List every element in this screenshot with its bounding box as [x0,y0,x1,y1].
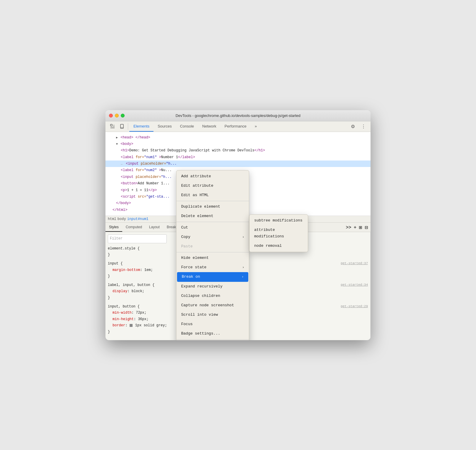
tab-elements[interactable]: Elements [129,121,153,132]
breadcrumb-input[interactable]: input#num1 [127,217,148,221]
devtools-toolbar: Elements Sources Console Network Perform… [105,121,371,132]
menu-item-collapse-children[interactable]: Collapse children [176,291,249,301]
menu-item-duplicate-element[interactable]: Duplicate element [176,202,249,211]
menu-item-paste[interactable]: Paste [176,242,249,251]
more-options-icon[interactable]: ⋮ [359,121,368,132]
tab-performance[interactable]: Performance [220,121,250,132]
menu-item-focus[interactable]: Focus [176,320,249,329]
tab-sources[interactable]: Sources [153,121,176,132]
css-source-link[interactable]: get-started:34 [341,282,368,289]
break-on-submenu: subtree modifications attribute modifica… [249,214,308,252]
devtools-window: DevTools - googlechrome.github.io/devtoo… [105,110,371,340]
panel-tab-right: >> + ⊞ ⊟ [343,223,371,232]
menu-item-attribute-modifications[interactable]: attribute modifications [249,225,308,241]
menu-item-cut[interactable]: Cut [176,223,249,232]
device-icon[interactable] [117,121,127,132]
add-style-icon[interactable]: + [354,225,356,230]
menu-item-break-on[interactable]: Break on › [177,272,248,282]
menu-item-scroll-into-view[interactable]: Scroll into view [176,310,249,320]
menu-separator [176,252,249,252]
toggle-panel-icon[interactable]: ⊟ [365,225,368,230]
menu-item-edit-as-html[interactable]: Edit as HTML [176,191,249,200]
submenu-arrow-icon: › [242,265,244,270]
menu-item-subtree-modifications[interactable]: subtree modifications [249,216,308,225]
toolbar-separator [128,123,128,130]
traffic-lights [109,114,125,118]
tab-more[interactable]: » [251,121,261,132]
menu-item-force-state[interactable]: Force state › [176,263,249,272]
menu-item-add-attribute[interactable]: Add attribute [176,172,249,181]
toolbar-right: ⚙ ⋮ [348,121,368,132]
submenu-arrow-icon: › [242,274,244,280]
menu-item-edit-attribute[interactable]: Edit attribute [176,181,249,191]
panel-tab-computed[interactable]: Computed [122,223,146,232]
close-button[interactable] [109,114,113,118]
submenu-arrow-icon: › [242,234,244,240]
menu-item-expand-recursively[interactable]: Expand recursively [176,282,249,291]
tab-console[interactable]: Console [176,121,198,132]
minimize-button[interactable] [115,114,119,118]
menu-item-capture-screenshot[interactable]: Capture node screenshot [176,301,249,310]
titlebar: DevTools - googlechrome.github.io/devtoo… [105,110,371,121]
refresh-style-icon[interactable]: ⊞ [359,225,362,230]
menu-item-hide-element[interactable]: Hide element [176,253,249,263]
panel-tab-layout[interactable]: Layout [146,223,163,232]
menu-item-copy[interactable]: Copy › [176,232,249,242]
context-menu: Add attribute Edit attribute Edit as HTM… [176,170,249,340]
menu-item-node-removal[interactable]: node removal [249,241,308,251]
menu-item-delete-element[interactable]: Delete element [176,211,249,221]
svg-rect-0 [110,124,112,126]
tab-network[interactable]: Network [198,121,221,132]
panel-tab-styles[interactable]: Styles [105,223,122,232]
breadcrumb-html[interactable]: html [108,217,116,221]
svg-rect-1 [120,124,123,128]
menu-separator [176,201,249,201]
menu-item-badge-settings[interactable]: Badge settings... [176,329,249,338]
context-menu-overlay: Add attribute Edit attribute Edit as HTM… [105,132,371,216]
inspector-icon[interactable] [108,121,117,132]
color-swatch [130,324,133,327]
devtools-tabs: Elements Sources Console Network Perform… [129,121,348,132]
more-tabs-icon[interactable]: >> [346,225,351,230]
window-title: DevTools - googlechrome.github.io/devtoo… [176,113,300,118]
css-source-link[interactable]: get-started:37 [341,261,368,267]
breadcrumb-body[interactable]: body [118,217,126,221]
maximize-button[interactable] [121,114,125,118]
settings-icon[interactable]: ⚙ [348,121,358,132]
filter-bar[interactable]: Filter [108,234,167,243]
svg-point-3 [122,128,122,128]
menu-separator [176,222,249,222]
dom-panel: ▶ <head> </head> ▼ <body> <h1>Demo: Get … [105,132,371,216]
menu-separator [176,339,249,340]
css-source-link[interactable]: get-started:29 [341,304,368,310]
